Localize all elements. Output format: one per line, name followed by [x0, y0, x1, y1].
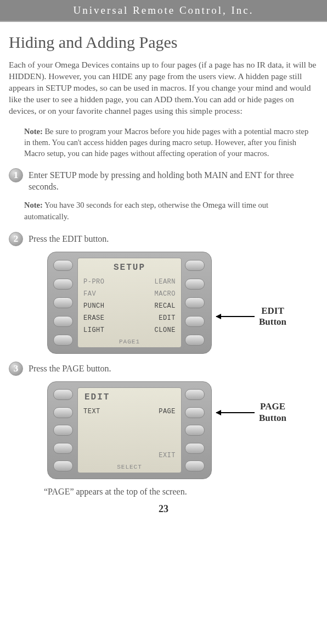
hard-button [53, 297, 73, 308]
hard-button [185, 407, 205, 418]
note-1-text: Be sure to program your Macros before yo… [24, 127, 308, 158]
lcd-screen-2: EDIT TEXTPAGE EXIT SELECT [77, 387, 182, 473]
step-3-text: Press the PAGE button. [29, 362, 111, 375]
step-1-number: 1 [9, 168, 23, 182]
note-2-text: You have 30 seconds for each step, other… [24, 201, 268, 221]
page-button-annotation: PAGEButton [216, 401, 286, 424]
screen-footer: SELECT [81, 464, 178, 470]
hard-button [53, 316, 73, 327]
figure-1: SETUP P-PROLEARN FAVMACRO PUNCHRECAL ERA… [47, 252, 318, 354]
step-2: 2 Press the EDIT button. [9, 232, 318, 246]
screen-footer: PAGE1 [81, 338, 178, 345]
arrow-left-icon [216, 316, 255, 317]
right-button-column [185, 258, 206, 348]
step-1: 1 Enter SETUP mode by pressing and holdi… [9, 168, 318, 193]
lcd-screen-1: SETUP P-PROLEARN FAVMACRO PUNCHRECAL ERA… [77, 258, 182, 348]
edit-button-annotation: EDITButton [216, 306, 286, 328]
edit-button-label: EDITButton [259, 306, 286, 328]
hard-button [53, 389, 73, 400]
hard-button [53, 425, 73, 436]
hard-button [185, 335, 205, 346]
screen-title: EDIT [81, 392, 178, 402]
header-company: Universal Remote Control, Inc. [0, 0, 327, 21]
right-button-column [185, 387, 206, 473]
hard-button [53, 260, 73, 271]
screen-row: ERASEEDIT [81, 313, 178, 323]
arrow-left-icon [216, 412, 255, 413]
page-title: Hiding and Adding Pages [9, 33, 318, 52]
note-1: Note: Be sure to program your Macros bef… [24, 126, 314, 159]
step-1-text: Enter SETUP mode by pressing and holding… [29, 168, 318, 193]
hard-button [185, 297, 205, 308]
remote-device-2: EDIT TEXTPAGE EXIT SELECT [47, 381, 212, 479]
page-button-label: PAGEButton [259, 401, 286, 424]
screen-row: P-PROLEARN [81, 277, 178, 287]
remote-device-1: SETUP P-PROLEARN FAVMACRO PUNCHRECAL ERA… [47, 252, 212, 354]
page-number: 23 [9, 503, 318, 515]
screen-spacer [81, 419, 178, 448]
step-2-text: Press the EDIT button. [29, 232, 109, 245]
figure-2: EDIT TEXTPAGE EXIT SELECT PAGEButton [47, 381, 318, 479]
note-2-label: Note: [24, 201, 43, 209]
hard-button [185, 425, 205, 436]
hard-button [185, 260, 205, 271]
caption: “PAGE” appears at the top of the screen. [44, 487, 318, 497]
intro-paragraph: Each of your Omega Devices contains up t… [9, 59, 318, 117]
hard-button [53, 443, 73, 454]
hard-button [53, 279, 73, 290]
left-button-column [53, 258, 74, 348]
hard-button [185, 316, 205, 327]
screen-row: PUNCHRECAL [81, 301, 178, 311]
hard-button [185, 389, 205, 400]
header-underline [0, 21, 327, 22]
screen-row: TEXTPAGE [81, 407, 178, 417]
hard-button [53, 335, 73, 346]
left-button-column [53, 387, 74, 473]
note-1-label: Note: [24, 127, 43, 136]
hard-button [53, 460, 73, 471]
screen-row-exit: EXIT [81, 451, 178, 460]
hard-button [185, 279, 205, 290]
hard-button [185, 443, 205, 454]
screen-row: FAVMACRO [81, 289, 178, 299]
note-2: Note: You have 30 seconds for each step,… [24, 199, 314, 224]
step-2-number: 2 [9, 232, 23, 246]
step-3: 3 Press the PAGE button. [9, 362, 318, 376]
screen-title: SETUP [81, 263, 178, 273]
step-3-number: 3 [9, 362, 23, 376]
hard-button [185, 460, 205, 471]
screen-row: LIGHTCLONE [81, 325, 178, 335]
hard-button [53, 407, 73, 418]
